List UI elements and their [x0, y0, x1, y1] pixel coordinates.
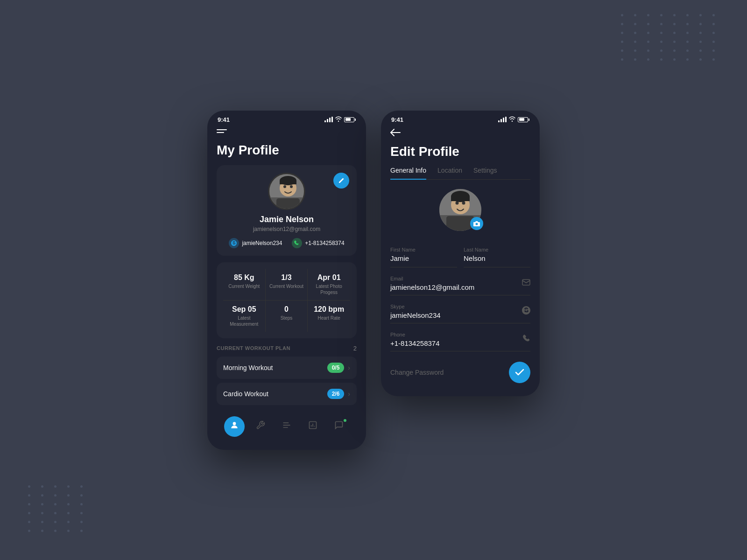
last-name-group: Last Name Nelson — [464, 242, 530, 267]
dot — [28, 530, 30, 532]
skype-value: jamieNelson234 — [242, 240, 282, 246]
svg-point-22 — [476, 223, 478, 225]
svg-point-11 — [233, 422, 236, 425]
dot — [621, 49, 623, 52]
dot — [686, 23, 689, 25]
dot — [80, 503, 83, 505]
stat-measurement-label: Latest Measurement — [227, 315, 261, 327]
time-right: 9:41 — [391, 116, 403, 123]
dot — [686, 49, 689, 52]
workout-section-count: 2 — [353, 345, 357, 352]
phone-group: Phone +1-8134258374 — [390, 332, 440, 347]
dot — [712, 23, 715, 25]
dot — [54, 494, 56, 497]
status-icons-left — [324, 116, 356, 123]
signal-bars-right — [498, 117, 507, 122]
edit-profile-phone: 9:41 — [381, 111, 540, 396]
stat-steps-value: 0 — [269, 305, 304, 314]
workout-morning-right: 0/5 › — [327, 363, 350, 373]
dot — [647, 58, 649, 61]
tab-settings[interactable]: Settings — [473, 167, 497, 180]
wifi-icon-right — [509, 116, 515, 123]
save-button[interactable] — [509, 362, 530, 383]
dot — [41, 494, 43, 497]
phone-field-value[interactable]: +1-8134258374 — [390, 339, 440, 347]
dot — [660, 41, 662, 43]
svg-rect-23 — [522, 280, 530, 285]
edit-profile-content: Edit Profile General Info Location Setti… — [381, 128, 540, 396]
tab-general-info[interactable]: General Info — [390, 167, 426, 180]
phone-icon — [292, 238, 302, 248]
workout-cardio-name: Cardio Workout — [223, 390, 268, 398]
dot — [28, 503, 30, 505]
stat-heartrate-value: 120 bpm — [311, 305, 346, 314]
dot — [41, 530, 43, 532]
dot — [67, 494, 70, 497]
dot — [41, 485, 43, 488]
stats-icon — [308, 420, 317, 432]
dot — [647, 49, 649, 52]
stat-photo-label: Latest Photo Progess — [311, 283, 346, 295]
svg-point-5 — [283, 185, 286, 188]
dot — [621, 32, 623, 34]
back-button[interactable] — [390, 128, 530, 139]
workout-morning[interactable]: Morning Workout 0/5 › — [217, 357, 357, 379]
tab-location[interactable]: Location — [437, 167, 462, 180]
stat-steps-label: Steps — [269, 315, 304, 321]
nav-stats[interactable] — [303, 416, 323, 437]
person-icon — [230, 420, 239, 432]
dot — [28, 521, 30, 523]
dot — [647, 23, 649, 25]
dot — [673, 32, 676, 34]
nav-tools[interactable] — [250, 416, 271, 437]
camera-button[interactable] — [470, 217, 483, 230]
nav-profile[interactable] — [224, 416, 245, 437]
workout-cardio[interactable]: Cardio Workout 2/6 › — [217, 383, 357, 405]
dot — [712, 49, 715, 52]
last-name-value[interactable]: Nelson — [464, 254, 530, 262]
skype-field-icon — [522, 306, 530, 316]
stat-workout-value: 1/3 — [269, 273, 304, 282]
profile-name: Jamie Nelson — [224, 215, 349, 224]
dot — [712, 14, 715, 16]
dot — [699, 23, 702, 25]
signal-bars-left — [324, 117, 333, 122]
skype-row: Skype jamieNelson234 — [390, 298, 530, 323]
email-value[interactable]: jamienelson12@gmail.com — [390, 283, 474, 291]
dot — [634, 32, 636, 34]
avatar-left — [268, 173, 305, 210]
skype-contact: jamieNelson234 — [229, 238, 282, 248]
dot — [80, 494, 83, 497]
name-row: First Name Jamie Last Name Nelson — [390, 242, 530, 270]
dot — [699, 32, 702, 34]
dot — [67, 512, 70, 514]
email-label: Email — [390, 276, 474, 281]
dot — [54, 503, 56, 505]
stat-heartrate: 120 bpm Heart Rate — [308, 301, 350, 332]
stat-weight-label: Current Weight — [227, 283, 261, 289]
first-name-value[interactable]: Jamie — [390, 254, 457, 262]
skype-label: Skype — [390, 304, 441, 309]
nav-workout[interactable] — [276, 416, 297, 437]
phone-label: Phone — [390, 332, 440, 337]
chevron-right-icon-2: › — [348, 390, 350, 398]
change-password-label[interactable]: Change Password — [390, 369, 444, 376]
skype-field-value[interactable]: jamieNelson234 — [390, 311, 441, 319]
dot — [660, 49, 662, 52]
nav-messages[interactable] — [329, 416, 349, 437]
menu-icon[interactable] — [217, 128, 357, 137]
edit-profile-button[interactable] — [333, 173, 349, 189]
phone-contact: +1-8134258374 — [292, 238, 344, 248]
skype-group: Skype jamieNelson234 — [390, 304, 441, 319]
workout-section-header: CURRENT WORKOUT PLAN 2 — [217, 345, 357, 352]
dot — [699, 58, 702, 61]
dot — [712, 58, 715, 61]
chevron-right-icon: › — [348, 364, 350, 371]
profile-card: Jamie Nelson jamienelson12@gmail.com jam… — [217, 165, 357, 256]
status-bar-left: 9:41 — [207, 111, 366, 126]
dot — [634, 41, 636, 43]
skype-icon — [229, 238, 239, 248]
dot — [28, 485, 30, 488]
dot — [41, 503, 43, 505]
stat-measurement: Sep 05 Latest Measurement — [223, 301, 266, 332]
